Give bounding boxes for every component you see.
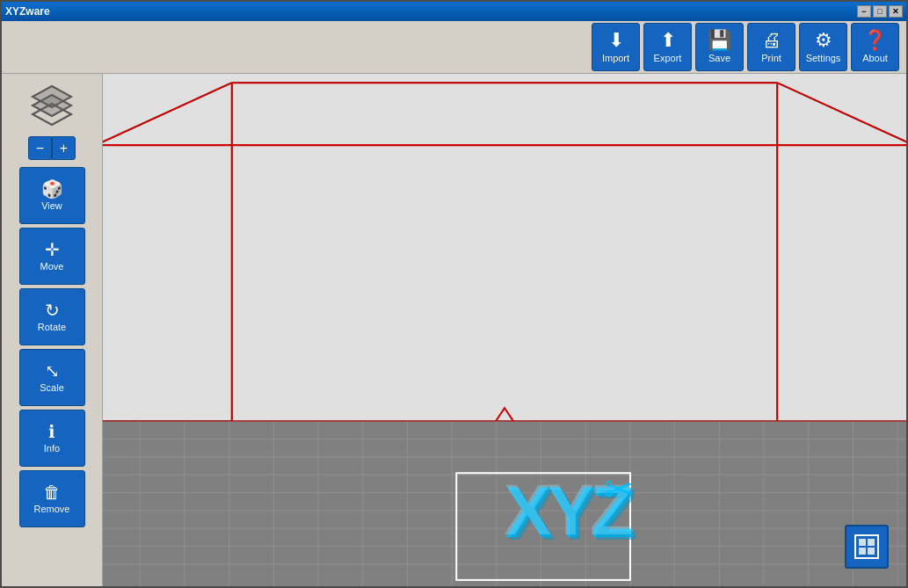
svg-rect-62 (859, 539, 866, 546)
about-toolbar-label: About (862, 53, 888, 63)
scale-sidebar-icon: ⤡ (45, 362, 60, 380)
save-toolbar-label: Save (708, 53, 730, 63)
zoom-out-button[interactable]: − (28, 136, 52, 160)
window-controls: − □ ✕ (857, 5, 903, 18)
print-toolbar-icon: 🖨 (762, 31, 781, 50)
sidebar-buttons: 🎲 View ✛ Move ↻ Rotate ⤡ Scale ℹ Info 🗑 … (19, 167, 85, 527)
toolbar-export-button[interactable]: ⬆ Export (643, 23, 692, 71)
svg-text:✂: ✂ (604, 469, 634, 510)
logo-area (28, 81, 76, 129)
viewport[interactable]: XYZ XYZ XYZ ✂ (103, 74, 906, 586)
toolbar-import-button[interactable]: ⬇ Import (592, 23, 640, 71)
layout-icon (854, 534, 880, 560)
main-area: − + 🎲 View ✛ Move ↻ Rotate ⤡ Scale ℹ Inf… (2, 74, 906, 586)
settings-toolbar-label: Settings (806, 53, 841, 63)
minimize-button[interactable]: − (857, 5, 871, 18)
view-sidebar-icon: 🎲 (41, 180, 63, 198)
print-toolbar-label: Print (761, 53, 781, 63)
svg-rect-64 (859, 548, 866, 555)
sidebar-info-button[interactable]: ℹ Info (19, 410, 85, 467)
app-content: ⬇ Import ⬆ Export 💾 Save 🖨 Print ⚙ Setti… (2, 21, 906, 586)
settings-toolbar-icon: ⚙ (815, 31, 832, 50)
export-toolbar-label: Export (654, 53, 682, 63)
toolbar-save-button[interactable]: 💾 Save (695, 23, 744, 71)
sidebar-rotate-button[interactable]: ↻ Rotate (19, 288, 85, 345)
svg-rect-65 (868, 548, 875, 555)
rotate-sidebar-icon: ↻ (45, 301, 60, 319)
sidebar-move-button[interactable]: ✛ Move (19, 228, 85, 285)
app-window: XYZware − □ ✕ ⬇ Import ⬆ Export 💾 Save 🖨… (0, 0, 908, 588)
toolbar-print-button[interactable]: 🖨 Print (747, 23, 795, 71)
toolbar: ⬇ Import ⬆ Export 💾 Save 🖨 Print ⚙ Setti… (2, 21, 906, 74)
import-toolbar-icon: ⬇ (608, 31, 624, 50)
window-title: XYZware (5, 5, 857, 18)
save-toolbar-icon: 💾 (708, 31, 731, 50)
svg-rect-63 (868, 539, 875, 546)
remove-sidebar-label: Remove (34, 504, 70, 514)
xyz-logo-icon (29, 83, 75, 128)
import-toolbar-label: Import (602, 53, 629, 63)
maximize-button[interactable]: □ (873, 5, 887, 18)
toolbar-buttons: ⬇ Import ⬆ Export 💾 Save 🖨 Print ⚙ Setti… (592, 23, 899, 71)
move-sidebar-icon: ✛ (45, 241, 60, 258)
remove-sidebar-icon: 🗑 (43, 483, 61, 501)
title-bar: XYZware − □ ✕ (2, 2, 906, 21)
info-sidebar-label: Info (44, 443, 60, 454)
scale-sidebar-label: Scale (40, 382, 64, 393)
zoom-in-button[interactable]: + (52, 136, 76, 160)
export-toolbar-icon: ⬆ (660, 31, 676, 50)
sidebar-scale-button[interactable]: ⤡ Scale (19, 349, 85, 406)
sidebar-view-button[interactable]: 🎲 View (19, 167, 85, 224)
move-sidebar-label: Move (40, 261, 64, 272)
toolbar-about-button[interactable]: ❓ About (851, 23, 899, 71)
view-sidebar-label: View (41, 200, 62, 211)
viewport-bottom-right-button[interactable] (845, 525, 889, 569)
sidebar: − + 🎲 View ✛ Move ↻ Rotate ⤡ Scale ℹ Inf… (2, 74, 103, 586)
close-button[interactable]: ✕ (889, 5, 903, 18)
info-sidebar-icon: ℹ (48, 423, 55, 440)
about-toolbar-icon: ❓ (863, 31, 887, 50)
svg-rect-61 (855, 535, 878, 558)
zoom-controls: − + (28, 136, 76, 160)
sidebar-remove-button[interactable]: 🗑 Remove (19, 470, 85, 527)
toolbar-settings-button[interactable]: ⚙ Settings (799, 23, 847, 71)
scene-svg: XYZ XYZ XYZ ✂ (103, 74, 906, 586)
rotate-sidebar-label: Rotate (38, 322, 66, 332)
